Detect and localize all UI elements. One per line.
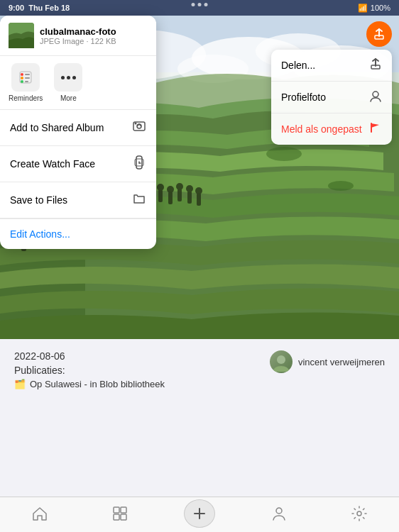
- svg-point-52: [357, 511, 361, 516]
- reminders-label: Reminders: [9, 94, 43, 102]
- svg-rect-17: [187, 191, 192, 204]
- author-row: vincent verweijmeren: [270, 350, 385, 373]
- tab-bar: [0, 497, 399, 532]
- popup-delen-label: Delen...: [281, 60, 315, 71]
- add-button[interactable]: [184, 499, 215, 528]
- svg-rect-19: [197, 193, 201, 206]
- author-avatar: [270, 350, 293, 373]
- svg-rect-42: [371, 65, 380, 69]
- tab-photos[interactable]: [102, 499, 138, 528]
- actions-row: Reminders More: [0, 56, 156, 110]
- file-header: clubalmanac-foto JPEG Image · 122 KB: [0, 16, 156, 56]
- author-name: vincent verweijmeren: [298, 357, 385, 367]
- popup-menu: Delen... Profielfoto Meld als ongepast: [271, 50, 392, 145]
- settings-icon: [351, 505, 368, 522]
- publication-icon: 🗂️: [14, 379, 26, 389]
- tab-add[interactable]: [182, 499, 217, 528]
- svg-point-36: [135, 123, 137, 125]
- svg-point-30: [21, 80, 23, 83]
- save-to-files-label: Save to Files: [10, 194, 67, 206]
- more-icon-box: [54, 63, 82, 92]
- orange-action-button[interactable]: [366, 21, 392, 47]
- svg-rect-48: [121, 514, 126, 520]
- home-icon: [31, 505, 48, 522]
- create-watch-face-label: Create Watch Face: [10, 158, 95, 170]
- svg-point-28: [21, 73, 23, 76]
- tab-home[interactable]: [22, 499, 58, 528]
- svg-point-43: [373, 92, 378, 97]
- svg-point-25: [328, 181, 354, 191]
- file-meta: JPEG Image · 122 KB: [40, 37, 148, 45]
- save-to-files-item[interactable]: Save to Files: [0, 182, 156, 218]
- add-to-shared-album-item[interactable]: Add to Shared Album: [0, 110, 156, 146]
- svg-point-16: [176, 183, 183, 190]
- create-watch-face-icon: [132, 155, 146, 172]
- svg-rect-33: [25, 81, 28, 82]
- popup-delen-item[interactable]: Delen...: [271, 50, 392, 82]
- svg-rect-45: [114, 507, 119, 513]
- reminders-icon: [17, 69, 34, 86]
- svg-rect-47: [114, 514, 119, 520]
- file-thumbnail: [9, 23, 34, 48]
- edit-actions-link[interactable]: Edit Actions...: [10, 228, 70, 240]
- svg-point-18: [186, 185, 193, 192]
- svg-rect-41: [375, 35, 383, 39]
- svg-point-51: [276, 508, 282, 514]
- file-info: clubalmanac-foto JPEG Image · 122 KB: [40, 26, 148, 45]
- popup-meld-label: Meld als ongepast: [281, 123, 362, 135]
- svg-point-44: [277, 355, 285, 364]
- wifi-icon: 📶: [358, 4, 368, 13]
- popup-meld-item[interactable]: Meld als ongepast: [271, 113, 392, 145]
- svg-rect-46: [121, 507, 126, 513]
- file-name: clubalmanac-foto: [40, 26, 148, 37]
- svg-point-29: [21, 77, 23, 79]
- create-watch-face-item[interactable]: Create Watch Face: [0, 146, 156, 182]
- publication-item: 🗂️ Op Sulawesi - in Blob bibliotheek: [14, 379, 385, 389]
- svg-point-14: [167, 186, 174, 193]
- person-icon: [270, 505, 288, 522]
- edit-actions-section: Edit Actions...: [0, 218, 156, 249]
- tab-settings[interactable]: [341, 499, 377, 528]
- save-to-files-icon: [132, 192, 146, 209]
- popup-profielfoto-label: Profielfoto: [281, 92, 326, 103]
- right-overlay: [366, 21, 392, 47]
- svg-point-12: [157, 184, 164, 191]
- svg-rect-32: [25, 77, 30, 79]
- photos-icon: [111, 505, 129, 522]
- svg-rect-31: [25, 74, 30, 75]
- svg-rect-15: [177, 189, 182, 201]
- share-panel: clubalmanac-foto JPEG Image · 122 KB R: [0, 16, 156, 249]
- more-dots-icon: [61, 76, 76, 79]
- add-icon: [192, 506, 207, 521]
- svg-rect-13: [168, 192, 173, 204]
- popup-meld-icon: [369, 121, 382, 137]
- status-time: 9:00 Thu Feb 18: [9, 4, 70, 12]
- reminders-button[interactable]: Reminders: [9, 63, 43, 102]
- popup-profielfoto-icon: [369, 89, 382, 105]
- top-dots: [192, 3, 208, 6]
- add-to-shared-album-icon: [132, 119, 146, 136]
- more-label: More: [60, 94, 77, 102]
- svg-rect-11: [158, 189, 163, 202]
- publication-text: Op Sulawesi - in Blob bibliotheek: [30, 379, 165, 389]
- popup-profielfoto-item[interactable]: Profielfoto: [271, 82, 392, 113]
- more-button[interactable]: More: [54, 63, 82, 102]
- action-icon: [373, 28, 386, 40]
- battery-icon: 100%: [371, 4, 390, 12]
- status-icons: 📶 100%: [358, 4, 390, 13]
- popup-delen-icon: [369, 57, 382, 73]
- svg-point-24: [266, 147, 302, 161]
- bottom-panel: 2022-08-06 Publicaties: 🗂️ Op Sulawesi -…: [0, 339, 399, 497]
- svg-point-20: [195, 187, 202, 194]
- add-to-shared-album-label: Add to Shared Album: [10, 122, 104, 133]
- tab-person[interactable]: [261, 499, 297, 528]
- reminders-icon-box: [11, 63, 40, 92]
